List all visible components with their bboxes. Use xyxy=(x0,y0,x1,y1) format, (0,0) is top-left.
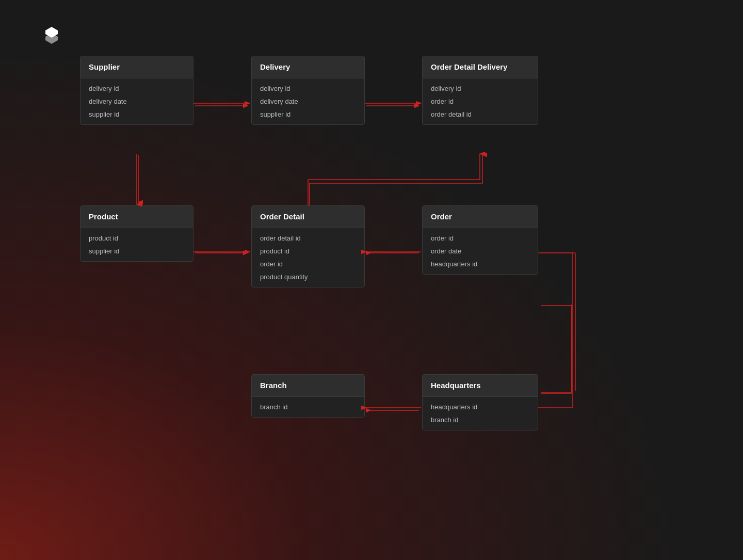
delivery-table-body: delivery id delivery date supplier id xyxy=(252,78,364,124)
od-field-1: order detail id xyxy=(260,234,356,242)
headquarters-table-body: headquarters id branch id xyxy=(423,397,538,430)
order-field-3: headquarters id xyxy=(431,260,529,268)
order-table-body: order id order date headquarters id xyxy=(423,228,538,274)
branch-field-1: branch id xyxy=(260,403,356,411)
delivery-field-3: supplier id xyxy=(260,110,356,118)
odd-field-2: order id xyxy=(431,98,529,105)
order-detail-delivery-table: Order Detail Delivery delivery id order … xyxy=(422,56,538,125)
odd-field-3: order detail id xyxy=(431,110,529,118)
od-field-2: product id xyxy=(260,247,356,255)
delivery-field-1: delivery id xyxy=(260,85,356,92)
branch-table-body: branch id xyxy=(252,397,364,417)
supplier-table: Supplier delivery id delivery date suppl… xyxy=(80,56,193,125)
od-field-4: product quantity xyxy=(260,273,356,281)
order-detail-delivery-table-title: Order Detail Delivery xyxy=(431,62,507,71)
product-field-1: product id xyxy=(89,234,185,242)
hq-field-1: headquarters id xyxy=(431,403,529,411)
delivery-field-2: delivery date xyxy=(260,98,356,105)
product-table-body: product id supplier id xyxy=(80,228,193,261)
odd-field-1: delivery id xyxy=(431,85,529,92)
order-detail-table-title: Order Detail xyxy=(260,212,304,221)
delivery-table-header: Delivery xyxy=(252,56,364,78)
order-table-header: Order xyxy=(423,206,538,228)
delivery-table: Delivery delivery id delivery date suppl… xyxy=(251,56,365,125)
order-detail-table: Order Detail order detail id product id … xyxy=(251,205,365,287)
od-field-3: order id xyxy=(260,260,356,268)
headquarters-table: Headquarters headquarters id branch id xyxy=(422,374,538,430)
order-detail-delivery-table-body: delivery id order id order detail id xyxy=(423,78,538,124)
hq-field-2: branch id xyxy=(431,416,529,424)
branch-table: Branch branch id xyxy=(251,374,365,418)
order-detail-table-body: order detail id product id order id prod… xyxy=(252,228,364,287)
product-table-header: Product xyxy=(80,206,193,228)
supplier-field-3: supplier id xyxy=(89,110,185,118)
order-field-2: order date xyxy=(431,247,529,255)
delivery-table-title: Delivery xyxy=(260,62,290,71)
order-table-title: Order xyxy=(431,212,452,221)
branch-table-header: Branch xyxy=(252,375,364,397)
product-table-title: Product xyxy=(89,212,118,221)
branch-table-title: Branch xyxy=(260,381,287,390)
headquarters-table-header: Headquarters xyxy=(423,375,538,397)
order-table: Order order id order date headquarters i… xyxy=(422,205,538,275)
order-detail-delivery-table-header: Order Detail Delivery xyxy=(423,56,538,78)
headquarters-table-title: Headquarters xyxy=(431,381,481,390)
supplier-table-title: Supplier xyxy=(89,62,120,71)
product-field-2: supplier id xyxy=(89,247,185,255)
order-field-1: order id xyxy=(431,234,529,242)
supplier-table-header: Supplier xyxy=(80,56,193,78)
supplier-field-2: delivery date xyxy=(89,98,185,105)
product-table: Product product id supplier id xyxy=(80,205,193,262)
supplier-table-body: delivery id delivery date supplier id xyxy=(80,78,193,124)
supplier-field-1: delivery id xyxy=(89,85,185,92)
order-detail-table-header: Order Detail xyxy=(252,206,364,228)
logo xyxy=(41,25,62,45)
